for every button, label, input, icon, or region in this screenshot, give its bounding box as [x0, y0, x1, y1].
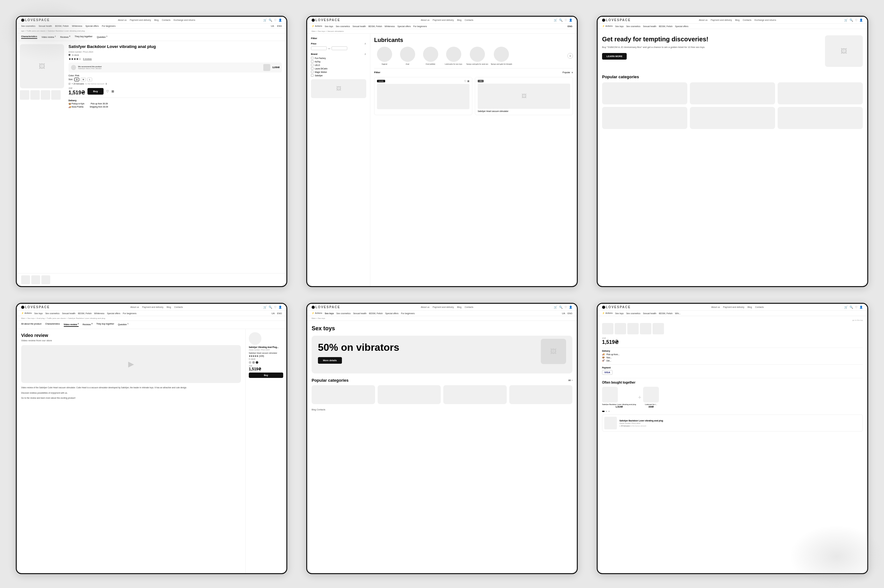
- nav-sexual-health[interactable]: Sexual health: [62, 312, 75, 315]
- nav-lang-eng[interactable]: ENG: [277, 25, 282, 27]
- nav-lang-eng[interactable]: ENG: [277, 312, 282, 315]
- search-icon[interactable]: 🔍: [559, 306, 562, 309]
- contacts-link[interactable]: Contacts: [317, 408, 326, 411]
- search-icon[interactable]: 🔍: [559, 19, 562, 22]
- nav-bdsm[interactable]: BDSM, Fetish: [369, 312, 383, 315]
- nav-actions[interactable]: ⚡ Actions: [602, 25, 613, 27]
- nav-bdsm[interactable]: BDSM, Fetish: [659, 25, 672, 27]
- wishlist-icon[interactable]: ♡: [274, 19, 277, 22]
- nav-payment[interactable]: Payment and delivery: [433, 306, 454, 308]
- nav-contacts[interactable]: Contacts: [755, 306, 764, 308]
- nav-sex-toys[interactable]: Sex toys: [35, 312, 43, 315]
- tab-reviews[interactable]: Reviews 8: [83, 323, 93, 327]
- logo[interactable]: LOVESPACE: [311, 305, 340, 309]
- tab-characteristics[interactable]: Characteristics: [45, 323, 60, 327]
- logo[interactable]: LOVESPACE: [602, 18, 631, 22]
- tab-together[interactable]: They buy together: [96, 323, 114, 327]
- learn-more-button[interactable]: LEARN MORE: [602, 53, 627, 60]
- nav-sex-cosmetics[interactable]: Sex cosmetics: [626, 25, 640, 27]
- nav-sexual-health[interactable]: Sexual health: [39, 25, 52, 27]
- nav-more[interactable]: Whi...: [675, 312, 681, 315]
- thumb-3[interactable]: [627, 323, 639, 334]
- account-icon[interactable]: 👤: [859, 19, 863, 22]
- logo[interactable]: LOVESPACE: [602, 305, 631, 309]
- nav-sex-toys[interactable]: Sex toys: [615, 312, 624, 315]
- pop-cat-1[interactable]: [602, 82, 687, 104]
- nav-sex-cosmetics[interactable]: Sex cosmetics: [21, 25, 35, 27]
- nav-blog[interactable]: Blog: [457, 306, 462, 308]
- nav-actions[interactable]: ⚡ Actions: [21, 312, 32, 315]
- cart-icon[interactable]: 🛒: [263, 19, 267, 22]
- bottom-thumb-3[interactable]: [41, 275, 50, 284]
- blog-link[interactable]: Blog: [311, 408, 316, 411]
- brand-filter-arrow[interactable]: ∧: [364, 52, 366, 56]
- nav-bdsm[interactable]: BDSM, Fetish: [55, 25, 69, 27]
- nav-lang-ua[interactable]: UA: [271, 25, 274, 27]
- nav-whiteness[interactable]: Whiteness: [385, 25, 395, 27]
- pop-cat-4[interactable]: [602, 107, 687, 129]
- search-icon[interactable]: 🔍: [849, 19, 853, 22]
- category-anal[interactable]: Anal: [397, 46, 418, 65]
- tab-together[interactable]: They buy together: [75, 35, 92, 39]
- search-icon[interactable]: 🔍: [269, 306, 272, 309]
- nav-payment[interactable]: Payment and delivery: [723, 306, 744, 308]
- more-details-button[interactable]: More details: [318, 357, 342, 364]
- nav-special[interactable]: Special offers: [107, 312, 120, 315]
- nav-lang-eng[interactable]: ENG: [568, 312, 573, 315]
- sort-arrow[interactable]: ∨: [571, 71, 573, 74]
- color-dot-3[interactable]: [256, 361, 258, 364]
- nav-about[interactable]: About us: [421, 306, 430, 308]
- price-min-input[interactable]: [311, 46, 327, 50]
- wishlist-icon[interactable]: ♡: [564, 19, 567, 22]
- pop-cat-2[interactable]: [690, 82, 775, 104]
- nav-bdsm[interactable]: BDSM, Fetish: [659, 312, 672, 315]
- nav-lang-ua[interactable]: UA: [562, 312, 565, 315]
- nav-sexual-health[interactable]: Sexual health: [643, 25, 656, 27]
- brand-satisfyer[interactable]: Satisfyer: [311, 74, 366, 76]
- pop-cat-6[interactable]: [777, 107, 863, 129]
- category-oral[interactable]: Oral (edible): [420, 46, 441, 65]
- tab-reviews[interactable]: Reviews 8: [60, 35, 71, 39]
- nav-bdsm[interactable]: BDSM, Fetish: [78, 312, 92, 315]
- nav-sexual-health[interactable]: Sexual health: [643, 312, 656, 315]
- wishlist-btn[interactable]: ♡: [106, 90, 109, 93]
- wishlist-card-1[interactable]: ♡: [464, 80, 466, 82]
- logo[interactable]: LOVESPACE: [21, 18, 50, 22]
- account-icon[interactable]: 👤: [859, 306, 863, 309]
- nav-lang-eng[interactable]: ENG: [568, 25, 573, 27]
- nav-about[interactable]: About us: [131, 306, 139, 308]
- scroll-to-top[interactable]: go to the top: [602, 319, 863, 321]
- brand-fun-factory[interactable]: Fun Factory: [311, 57, 366, 59]
- nav-whiteness[interactable]: Whiteness: [94, 312, 105, 315]
- categories-next-arrow[interactable]: >: [567, 53, 573, 58]
- nav-sexual-health[interactable]: Sexual health: [353, 25, 366, 27]
- color-dot-1[interactable]: [249, 361, 251, 364]
- cart-icon[interactable]: 🛒: [263, 306, 267, 309]
- wishlist-icon[interactable]: ♡: [855, 306, 857, 309]
- nav-about[interactable]: About us: [711, 306, 720, 308]
- logo[interactable]: LOVESPACE: [21, 305, 50, 309]
- tab-video-review[interactable]: Video review 1: [64, 323, 79, 327]
- product-thumb-4[interactable]: [51, 90, 61, 100]
- bottom-thumb-1[interactable]: [21, 275, 30, 284]
- nav-special[interactable]: Special offers: [397, 25, 411, 27]
- nav-about[interactable]: About us: [699, 19, 708, 21]
- reviews-link[interactable]: 8 reviews: [83, 58, 92, 60]
- nav-contacts[interactable]: Contacts: [465, 19, 474, 21]
- cart-icon[interactable]: 🛒: [554, 306, 557, 309]
- nav-sex-toys[interactable]: Sex toys: [615, 25, 624, 27]
- nav-actions[interactable]: ⚡ Actions: [311, 312, 322, 315]
- nav-sex-cosmetics[interactable]: Sex cosmetics: [45, 312, 59, 315]
- product-thumb-2[interactable]: [30, 90, 40, 100]
- nav-whiteness[interactable]: Whiteness: [72, 25, 83, 27]
- nav-sex-toys[interactable]: Sex toys: [325, 25, 334, 27]
- nav-blog[interactable]: Blog: [748, 306, 752, 308]
- nav-blog[interactable]: Blog: [154, 19, 158, 21]
- size-l[interactable]: L: [87, 78, 92, 81]
- color-dot-2[interactable]: [252, 361, 255, 364]
- bottom-thumb-2[interactable]: [31, 275, 40, 284]
- all-link[interactable]: All ›: [568, 379, 573, 381]
- nav-beginners[interactable]: For beginners: [123, 312, 136, 315]
- compare-btn[interactable]: ⊞: [111, 90, 114, 93]
- video-placeholder[interactable]: ▶: [21, 345, 241, 383]
